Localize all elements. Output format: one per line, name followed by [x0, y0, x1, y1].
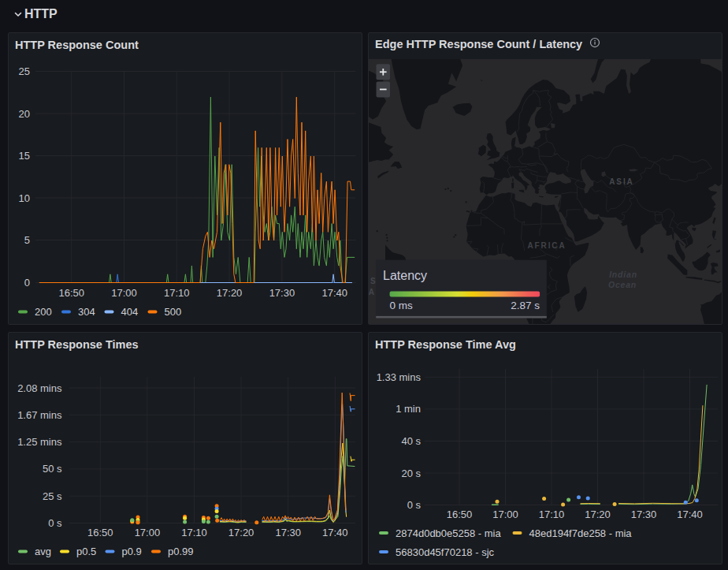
svg-text:17:30: 17:30 [269, 287, 295, 299]
svg-text:HTTP Response Count: HTTP Response Count [15, 39, 139, 51]
svg-text:S: S [370, 277, 377, 285]
svg-text:40 s: 40 s [401, 435, 421, 447]
svg-text:20: 20 [19, 108, 30, 120]
svg-text:17:40: 17:40 [677, 509, 703, 520]
svg-text:1.25 mins: 1.25 mins [17, 436, 62, 448]
svg-text:200: 200 [35, 306, 52, 318]
svg-text:48ed194f7de258 - mia: 48ed194f7de258 - mia [529, 527, 633, 539]
svg-text:17:00: 17:00 [135, 527, 161, 538]
svg-text:A: A [369, 288, 375, 296]
svg-text:0 ms: 0 ms [390, 300, 414, 311]
svg-text:15: 15 [19, 150, 30, 162]
svg-text:5: 5 [24, 234, 30, 246]
svg-text:17:20: 17:20 [585, 509, 611, 520]
svg-text:Ocean: Ocean [608, 280, 637, 289]
svg-text:17:10: 17:10 [181, 527, 207, 538]
svg-text:17:10: 17:10 [164, 287, 190, 299]
svg-text:50 s: 50 s [43, 463, 62, 475]
svg-text:20 s: 20 s [401, 468, 421, 479]
svg-text:2.08 mins: 2.08 mins [17, 382, 62, 394]
svg-text:17:10: 17:10 [539, 509, 565, 520]
svg-text:17:40: 17:40 [322, 527, 348, 538]
svg-text:0: 0 [24, 277, 30, 289]
svg-text:1 min: 1 min [396, 403, 421, 415]
svg-text:1.67 mins: 1.67 mins [17, 409, 62, 421]
svg-text:AFRICA: AFRICA [527, 241, 566, 250]
svg-text:ASIA: ASIA [609, 177, 634, 186]
svg-text:avg: avg [35, 546, 51, 557]
svg-text:16:50: 16:50 [447, 509, 473, 520]
svg-text:p0.9: p0.9 [122, 546, 142, 557]
svg-text:17:20: 17:20 [228, 527, 254, 538]
svg-text:25 s: 25 s [43, 490, 62, 502]
svg-text:Indian: Indian [609, 270, 637, 279]
svg-text:p0.99: p0.99 [168, 546, 194, 557]
svg-text:HTTP Response Times: HTTP Response Times [15, 338, 139, 351]
svg-text:17:00: 17:00 [111, 287, 137, 299]
svg-text:500: 500 [165, 306, 182, 318]
svg-text:2874d0db0e5258 - mia: 2874d0db0e5258 - mia [396, 527, 501, 539]
svg-text:17:30: 17:30 [275, 527, 301, 538]
svg-text:56830d45f70218 - sjc: 56830d45f70218 - sjc [396, 546, 495, 558]
svg-text:25: 25 [19, 65, 30, 77]
svg-text:1.33 mins: 1.33 mins [377, 371, 422, 383]
svg-text:0 s: 0 s [407, 499, 422, 511]
svg-text:16:50: 16:50 [58, 287, 84, 299]
svg-text:304: 304 [78, 306, 95, 318]
svg-text:10: 10 [19, 192, 30, 204]
svg-text:0 s: 0 s [48, 517, 62, 529]
svg-text:HTTP Response Time Avg: HTTP Response Time Avg [375, 338, 516, 351]
svg-text:17:00: 17:00 [492, 509, 518, 520]
svg-text:17:30: 17:30 [631, 509, 657, 520]
svg-text:p0.5: p0.5 [76, 546, 96, 557]
svg-text:17:20: 17:20 [217, 287, 243, 299]
svg-text:404: 404 [121, 306, 139, 318]
svg-text:16:50: 16:50 [87, 527, 113, 538]
svg-text:17:40: 17:40 [321, 287, 347, 299]
svg-text:Latency: Latency [383, 269, 427, 282]
svg-text:2.87 s: 2.87 s [511, 300, 540, 311]
